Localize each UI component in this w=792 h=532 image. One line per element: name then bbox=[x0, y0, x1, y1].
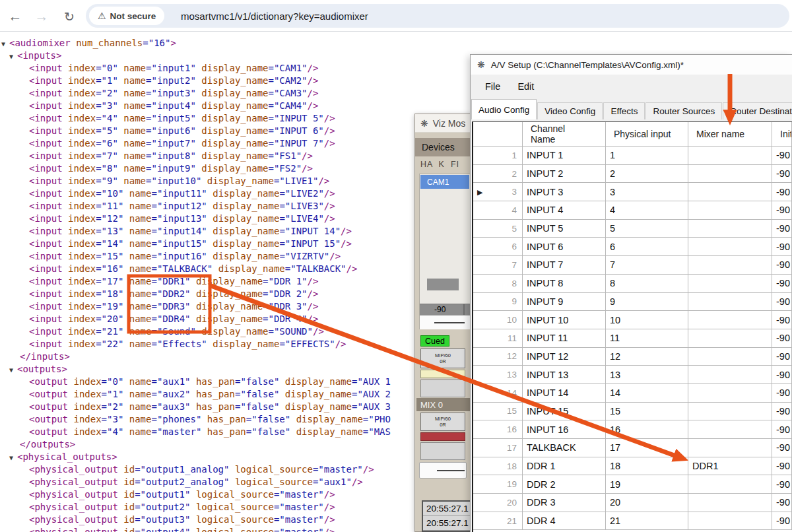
mixer-name-cell[interactable] bbox=[688, 512, 772, 531]
pan-slider[interactable] bbox=[420, 315, 470, 329]
channel-name-cell[interactable]: INPUT 9 bbox=[523, 293, 606, 312]
initial-level-cell[interactable]: -90 bbox=[772, 256, 792, 275]
row-header[interactable]: 16 bbox=[473, 420, 523, 439]
channel-name-cell[interactable]: INPUT 7 bbox=[523, 256, 606, 275]
row-header[interactable]: 11 bbox=[473, 329, 523, 348]
initial-level-cell[interactable]: -90 bbox=[772, 384, 792, 403]
physical-input-cell[interactable]: 6 bbox=[606, 238, 688, 256]
tab-audio-config[interactable]: Audio Config bbox=[471, 99, 537, 119]
channel-name-cell[interactable]: INPUT 5 bbox=[523, 220, 606, 238]
row-header[interactable]: 12 bbox=[473, 348, 523, 366]
reload-icon[interactable]: ↻ bbox=[59, 7, 79, 26]
initial-level-cell[interactable]: -90 bbox=[772, 348, 792, 366]
physical-input-cell[interactable]: 9 bbox=[606, 293, 688, 312]
initial-level-cell[interactable]: -90 bbox=[772, 165, 792, 183]
mixer-name-cell[interactable] bbox=[688, 293, 772, 312]
physical-input-cell[interactable]: 13 bbox=[606, 366, 688, 384]
channel-name-cell[interactable]: DDR 4 bbox=[523, 512, 606, 531]
initial-level-cell[interactable]: -90 bbox=[772, 311, 792, 329]
row-header[interactable]: 4 bbox=[473, 201, 523, 220]
row-header[interactable]: 10 bbox=[473, 311, 523, 329]
forward-icon[interactable]: → bbox=[32, 7, 51, 26]
channel-name-cell[interactable]: INPUT 16 bbox=[523, 420, 606, 439]
row-header[interactable]: 17 bbox=[473, 439, 523, 457]
initial-level-cell[interactable]: -90 bbox=[772, 201, 792, 220]
mixer-name-cell[interactable] bbox=[688, 165, 772, 183]
security-chip[interactable]: ⚠ Not secure bbox=[89, 7, 164, 25]
menu-item-edit[interactable]: Edit bbox=[517, 81, 534, 92]
mix-minus-button[interactable]: MIP/60 0R bbox=[420, 349, 465, 368]
row-header[interactable]: 18 bbox=[473, 457, 523, 476]
initial-level-cell[interactable]: -90 bbox=[772, 512, 792, 531]
mixer-name-cell[interactable] bbox=[688, 201, 772, 220]
physical-input-cell[interactable]: 17 bbox=[606, 439, 688, 457]
physical-input-cell[interactable]: 3 bbox=[606, 183, 688, 201]
mixer-name-cell[interactable] bbox=[688, 420, 772, 439]
mixer-name-cell[interactable] bbox=[688, 220, 772, 238]
tab-router-destinations[interactable]: Router Destinations bbox=[723, 102, 792, 119]
physical-input-cell[interactable]: 15 bbox=[606, 403, 688, 421]
row-header[interactable]: 2 bbox=[473, 165, 523, 183]
channel-name-cell[interactable]: INPUT 3 bbox=[523, 183, 606, 201]
row-header[interactable]: 15 bbox=[473, 403, 523, 421]
initial-level-cell[interactable]: -90 bbox=[772, 439, 792, 457]
physical-input-cell[interactable]: 10 bbox=[606, 311, 688, 329]
physical-input-cell[interactable]: 2 bbox=[606, 165, 688, 183]
mix-zero-button[interactable]: MIP/60 0R bbox=[420, 413, 465, 431]
back-icon[interactable]: ← bbox=[5, 7, 25, 26]
physical-input-cell[interactable]: 21 bbox=[606, 512, 688, 531]
channel-name-cell[interactable]: INPUT 6 bbox=[523, 238, 606, 256]
initial-level-cell[interactable]: -90 bbox=[772, 238, 792, 256]
initial-level-cell[interactable]: -90 bbox=[772, 403, 792, 421]
column-header-physical-input[interactable]: Physical input bbox=[606, 122, 688, 147]
mixer-name-cell[interactable] bbox=[688, 311, 772, 329]
channel-name-cell[interactable]: TALKBACK bbox=[523, 439, 606, 457]
mixer-name-cell[interactable] bbox=[688, 147, 772, 165]
channel-name-cell[interactable]: INPUT 13 bbox=[523, 366, 606, 384]
channel-name-cell[interactable]: DDR 1 bbox=[523, 457, 606, 476]
mixer-name-cell[interactable] bbox=[688, 439, 772, 457]
physical-input-cell[interactable]: 16 bbox=[606, 420, 688, 439]
mixer-name-cell[interactable] bbox=[688, 475, 772, 494]
row-header[interactable]: 9 bbox=[473, 293, 523, 312]
mixer-name-cell[interactable] bbox=[688, 275, 772, 293]
channel-name-cell[interactable]: INPUT 1 bbox=[523, 147, 606, 165]
row-header[interactable]: 20 bbox=[473, 494, 523, 512]
row-header[interactable]: 6 bbox=[473, 238, 523, 256]
channel-name-cell[interactable]: DDR 2 bbox=[523, 475, 606, 494]
row-header[interactable]: 13 bbox=[473, 366, 523, 384]
fader-channel-label[interactable]: CAM1 bbox=[420, 175, 469, 189]
channel-name-cell[interactable]: INPUT 8 bbox=[523, 275, 606, 293]
row-header[interactable]: 8 bbox=[473, 275, 523, 293]
mixer-name-cell[interactable] bbox=[688, 256, 772, 275]
collapse-arrow-icon[interactable]: ▼ bbox=[9, 451, 17, 464]
channel-name-cell[interactable]: DDR 3 bbox=[523, 494, 606, 512]
row-header[interactable]: 21 bbox=[473, 512, 523, 531]
menu-item-file[interactable]: File bbox=[485, 81, 500, 92]
mixer-name-cell[interactable] bbox=[688, 348, 772, 366]
initial-level-cell[interactable]: -90 bbox=[772, 420, 792, 439]
av-window-titlebar[interactable]: ❋ A/V Setup (C:\ChannelTemplates\AVConfi… bbox=[471, 55, 792, 75]
channel-name-cell[interactable]: INPUT 10 bbox=[523, 311, 606, 329]
mixer-name-cell[interactable] bbox=[688, 494, 772, 512]
fader-handle[interactable] bbox=[427, 279, 459, 290]
collapse-arrow-icon[interactable]: ▼ bbox=[9, 50, 17, 63]
initial-level-cell[interactable]: -90 bbox=[772, 329, 792, 348]
channel-name-cell[interactable]: INPUT 11 bbox=[523, 329, 606, 348]
physical-input-cell[interactable]: 11 bbox=[606, 329, 688, 348]
row-header[interactable]: 5 bbox=[473, 220, 523, 238]
physical-input-cell[interactable]: 4 bbox=[606, 201, 688, 220]
row-header[interactable]: 19 bbox=[473, 475, 523, 494]
row-header[interactable]: 14 bbox=[473, 384, 523, 403]
column-header-initia[interactable]: Initia bbox=[772, 122, 792, 147]
mixer-name-cell[interactable] bbox=[688, 329, 772, 348]
row-header[interactable]: 3▶ bbox=[473, 183, 523, 201]
initial-level-cell[interactable]: -90 bbox=[772, 275, 792, 293]
column-header-row-selector[interactable] bbox=[473, 122, 523, 147]
physical-input-cell[interactable]: 12 bbox=[606, 348, 688, 366]
physical-input-cell[interactable]: 19 bbox=[606, 475, 688, 494]
tab-effects[interactable]: Effects bbox=[603, 102, 645, 119]
row-header[interactable]: 7 bbox=[473, 256, 523, 275]
channel-name-cell[interactable]: INPUT 2 bbox=[523, 165, 606, 183]
mixer-name-cell[interactable] bbox=[688, 183, 772, 201]
